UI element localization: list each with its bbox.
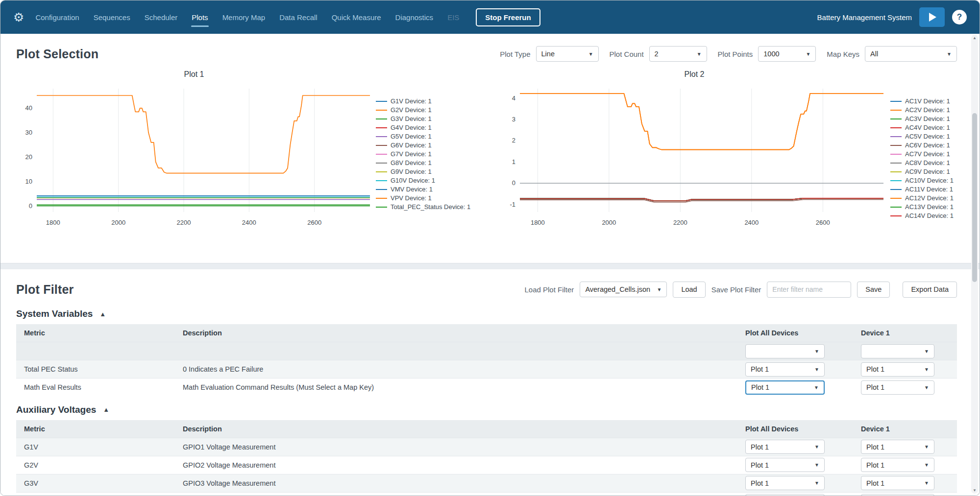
scroll-up-icon[interactable]: ▲: [971, 36, 978, 40]
plot-all-devices-select[interactable]: Plot 1▼: [745, 476, 825, 490]
nav-item-plots[interactable]: Plots: [191, 1, 208, 34]
plot-all-devices-select[interactable]: Plot 1▼: [745, 362, 825, 377]
plot-type-select[interactable]: Line ▼: [536, 46, 599, 62]
stop-freerun-button[interactable]: Stop Freerun: [476, 8, 540, 26]
legend-item[interactable]: G6V Device: 1: [376, 142, 488, 149]
plots-row: Plot 101020304018002000220024002600G1V D…: [0, 65, 980, 232]
svg-text:1: 1: [512, 158, 515, 165]
device-1-select[interactable]: Plot 1▼: [861, 458, 934, 472]
svg-text:2400: 2400: [242, 219, 256, 226]
nav-item-scheduler[interactable]: Scheduler: [144, 1, 178, 34]
legend-item[interactable]: VPV Device: 1: [376, 194, 488, 202]
chevron-down-icon: ▼: [814, 462, 819, 468]
legend-item[interactable]: AC4V Device: 1: [890, 124, 973, 131]
legend-item[interactable]: AC7V Device: 1: [890, 150, 973, 158]
map-keys-select[interactable]: All ▼: [865, 46, 957, 62]
legend-label: AC13V Device: 1: [905, 203, 954, 211]
legend-item[interactable]: G2V Device: 1: [376, 106, 488, 114]
legend-label: VMV Device: 1: [391, 186, 433, 193]
chevron-down-icon: ▼: [924, 367, 929, 372]
legend-item[interactable]: G4V Device: 1: [376, 124, 488, 131]
legend-item[interactable]: AC12V Device: 1: [890, 194, 973, 202]
legend-item[interactable]: AC9V Device: 1: [890, 168, 973, 175]
svg-text:1800: 1800: [531, 219, 545, 226]
legend-item[interactable]: AC14V Device: 1: [890, 212, 973, 219]
chart-canvas[interactable]: -10123418002000220024002600: [498, 80, 890, 232]
plot-card-1: Plot 101020304018002000220024002600G1V D…: [12, 70, 488, 232]
help-button[interactable]: ?: [952, 10, 967, 24]
vertical-scrollbar[interactable]: ▲ ▼: [971, 35, 978, 494]
legend-item[interactable]: G3V Device: 1: [376, 115, 488, 122]
legend-item[interactable]: AC2V Device: 1: [890, 106, 973, 114]
legend-label: AC4V Device: 1: [905, 124, 950, 131]
svg-text:0: 0: [29, 202, 32, 210]
app-window: ⚙ Configuration Sequences Scheduler Plot…: [0, 0, 980, 496]
plot-all-devices-select[interactable]: Plot 1▼: [745, 458, 825, 472]
play-button[interactable]: [919, 7, 945, 27]
legend-line-swatch: [376, 171, 387, 172]
legend-item[interactable]: VMV Device: 1: [376, 186, 488, 193]
legend-item[interactable]: Total_PEC_Status Device: 1: [376, 203, 488, 211]
legend-label: AC14V Device: 1: [905, 212, 954, 219]
device-1-select[interactable]: Plot 1▼: [861, 362, 934, 377]
plot-points-select[interactable]: 1000 ▼: [758, 46, 816, 62]
column-header: Device 1: [855, 324, 957, 342]
collapse-icon[interactable]: ▲: [103, 406, 109, 413]
settings-gear-icon[interactable]: ⚙: [13, 10, 24, 24]
legend-line-swatch: [376, 110, 387, 111]
nav-item-quick-measure[interactable]: Quick Measure: [331, 1, 382, 34]
legend-item[interactable]: AC1V Device: 1: [890, 97, 973, 105]
collapse-icon[interactable]: ▲: [99, 310, 106, 318]
load-button[interactable]: Load: [673, 282, 705, 298]
plot-all-devices-select[interactable]: Plot 1▼: [745, 440, 825, 454]
legend-item[interactable]: AC11V Device: 1: [890, 186, 973, 193]
plot-count-select[interactable]: 2 ▼: [649, 46, 707, 62]
plot-all-devices-select[interactable]: ▼: [745, 344, 825, 358]
nav-item-configuration[interactable]: Configuration: [35, 1, 79, 34]
legend-label: Total_PEC_Status Device: 1: [391, 203, 470, 211]
legend-item[interactable]: G7V Device: 1: [376, 150, 488, 158]
svg-text:2200: 2200: [177, 219, 191, 226]
column-header: Plot All Devices: [739, 324, 855, 342]
svg-text:2600: 2600: [307, 219, 321, 226]
device-1-select[interactable]: Plot 1▼: [861, 380, 934, 395]
load-filter-select[interactable]: Averaged_Cells.json ▼: [580, 282, 667, 297]
legend-item[interactable]: AC13V Device: 1: [890, 203, 973, 211]
nav-item-memory-map[interactable]: Memory Map: [222, 1, 266, 34]
filter-name-input[interactable]: [767, 282, 851, 298]
legend-label: G8V Device: 1: [391, 159, 432, 166]
scroll-down-icon[interactable]: ▼: [971, 488, 978, 493]
scrollbar-thumb[interactable]: [972, 113, 977, 282]
legend-item[interactable]: AC3V Device: 1: [890, 115, 973, 122]
save-button[interactable]: Save: [857, 282, 890, 298]
plot-selection-controls: Plot Type Line ▼ Plot Count 2 ▼: [489, 46, 957, 62]
device-1-select[interactable]: Plot 1▼: [861, 494, 934, 496]
legend-item[interactable]: AC8V Device: 1: [890, 159, 973, 166]
description-cell: GPIO1 Voltage Measurement: [177, 438, 739, 456]
legend-line-swatch: [890, 215, 902, 216]
legend-item[interactable]: AC10V Device: 1: [890, 177, 973, 184]
metrics-table: MetricDescriptionPlot All DevicesDevice …: [16, 324, 957, 397]
chart-canvas[interactable]: 01020304018002000220024002600: [12, 80, 376, 232]
device-1-select[interactable]: Plot 1▼: [861, 476, 934, 490]
nav-item-data-recall[interactable]: Data Recall: [279, 1, 318, 34]
nav-item-diagnostics[interactable]: Diagnostics: [395, 1, 434, 34]
plot-all-devices-select[interactable]: Plot 1▼: [745, 494, 825, 496]
device-1-select[interactable]: ▼: [861, 344, 934, 358]
table-row: G4VGPIO4 Voltage MeasurementPlot 1▼Plot …: [16, 492, 957, 496]
chevron-down-icon: ▼: [814, 367, 819, 372]
legend-item[interactable]: G5V Device: 1: [376, 133, 488, 140]
chevron-down-icon: ▼: [924, 480, 929, 486]
legend-item[interactable]: AC5V Device: 1: [890, 133, 973, 140]
legend-item[interactable]: G1V Device: 1: [376, 97, 488, 105]
device-1-select[interactable]: Plot 1▼: [861, 440, 934, 454]
plot-points-label: Plot Points: [718, 50, 753, 58]
plot-all-devices-select[interactable]: Plot 1▼: [745, 380, 825, 395]
legend-item[interactable]: G8V Device: 1: [376, 159, 488, 166]
svg-text:-1: -1: [510, 201, 515, 208]
nav-item-sequences[interactable]: Sequences: [93, 1, 131, 34]
legend-item[interactable]: AC6V Device: 1: [890, 142, 973, 149]
legend-item[interactable]: G10V Device: 1: [376, 177, 488, 184]
export-data-button[interactable]: Export Data: [903, 282, 957, 298]
legend-item[interactable]: G9V Device: 1: [376, 168, 488, 175]
